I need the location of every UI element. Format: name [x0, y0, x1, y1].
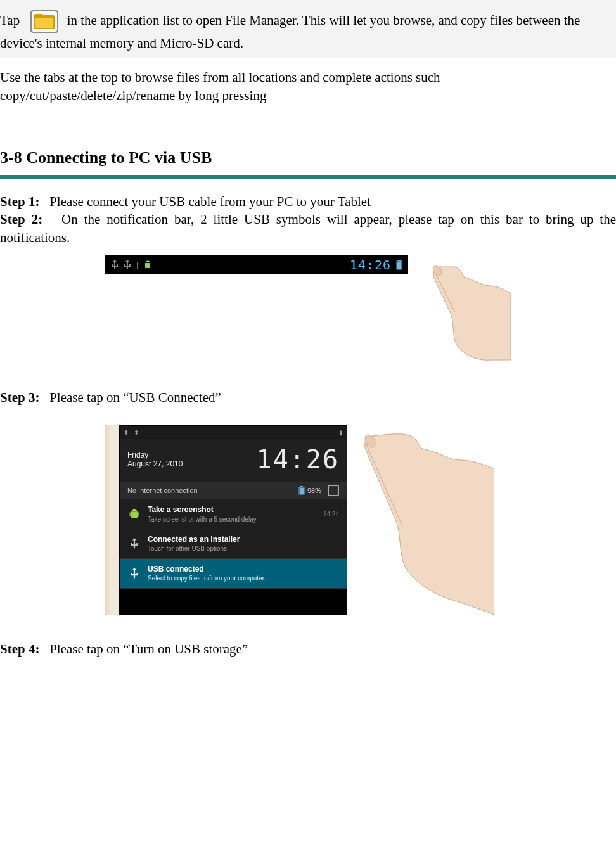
android-icon [143, 260, 152, 270]
usb-icon [124, 259, 131, 271]
intro-paragraph-1: Tap in the application list to open File… [0, 9, 616, 52]
notification-item[interactable]: Take a screenshot Take screenshot with a… [120, 499, 347, 529]
date-label: August 27, 2010 [127, 459, 183, 468]
no-internet-label: No Internet connection [127, 486, 198, 496]
battery-icon [396, 260, 402, 270]
svg-rect-11 [300, 488, 304, 494]
notification-item-usb-connected[interactable]: USB connected Select to copy files to/fr… [120, 559, 347, 589]
gear-icon [328, 485, 339, 496]
blank-area [120, 589, 347, 614]
notification-time: 14:24 [323, 510, 339, 519]
usb-icon: ⬍ [124, 428, 129, 437]
step-2-label: Step 2: [0, 212, 42, 227]
step-3: Step 3: Please tap on “USB Connected” [0, 388, 616, 406]
status-bar-screenshot: | 14:26 [105, 255, 408, 274]
battery-icon: 98% [298, 486, 321, 496]
notification-item[interactable]: Connected as an installer Touch for othe… [120, 529, 347, 559]
usb-icon [127, 537, 141, 551]
step-2: Step 2: On the notification bar, 2 littl… [0, 210, 616, 247]
svg-rect-3 [34, 14, 43, 18]
intro-p1-text-a: Tap [0, 13, 20, 28]
figure-1: | 14:26 [105, 255, 511, 350]
finger-pointing-illustration [355, 425, 494, 615]
usb-icon [127, 567, 141, 580]
usb-icon [111, 259, 119, 271]
step-2-text: On the notification bar, 2 little USB sy… [0, 212, 616, 245]
android-icon [127, 507, 141, 521]
step-4-label: Step 4: [0, 641, 39, 657]
step-1-text: Please connect your USB cable from your … [49, 194, 371, 209]
notification-title: Connected as an installer [148, 534, 339, 544]
notification-title: Take a screenshot [148, 504, 317, 515]
background-edge [105, 425, 119, 614]
notification-title: USB connected [148, 564, 339, 574]
intro-box: Tap in the application list to open File… [0, 0, 616, 58]
step-1: Step 1: Please connect your USB cable fr… [0, 193, 616, 210]
notifications-panel-screenshot: ⬍ ⬍ ▮ Friday August 27, 2010 14:26 No In… [119, 425, 347, 614]
phone-status-bar: ⬍ ⬍ ▮ [120, 426, 347, 439]
finger-pointing-illustration [416, 255, 511, 350]
notification-subtitle: Select to copy files to/from your comput… [148, 574, 339, 583]
section-heading: 3-8 Connecting to PC via USB [0, 146, 616, 169]
battery-icon: ▮ [339, 428, 343, 437]
status-bar-clock: 14:26 [350, 257, 391, 274]
big-clock: 14:26 [257, 442, 339, 477]
notification-subtitle: Touch for other USB options [148, 544, 339, 553]
step-1-label: Step 1: [0, 194, 39, 209]
figure-2: ⬍ ⬍ ▮ Friday August 27, 2010 14:26 No In… [105, 425, 511, 615]
notification-subtitle: Take screenshot with a 5 second delay [148, 515, 317, 524]
usb-icon: ⬍ [134, 428, 139, 437]
step-3-text: Please tap on “USB Connected” [49, 390, 221, 405]
intro-paragraph-2: Use the tabs at the top to browse files … [0, 68, 616, 105]
svg-rect-4 [35, 18, 53, 28]
file-manager-icon [29, 9, 60, 34]
section-rule [0, 175, 616, 179]
battery-percent: 98% [307, 486, 321, 496]
date-time-row: Friday August 27, 2010 14:26 [120, 439, 347, 482]
quick-settings-row: No Internet connection 98% [120, 482, 347, 499]
day-label: Friday [127, 451, 183, 459]
svg-rect-7 [397, 262, 401, 269]
step-4: Step 4: Please tap on “Turn on USB stora… [0, 640, 616, 658]
intro-p1-text-b: in the application list to open File Man… [0, 13, 580, 51]
step-4-text: Please tap on “Turn on USB storage” [49, 641, 248, 657]
divider-icon: | [136, 259, 138, 271]
step-3-label: Step 3: [0, 390, 39, 405]
